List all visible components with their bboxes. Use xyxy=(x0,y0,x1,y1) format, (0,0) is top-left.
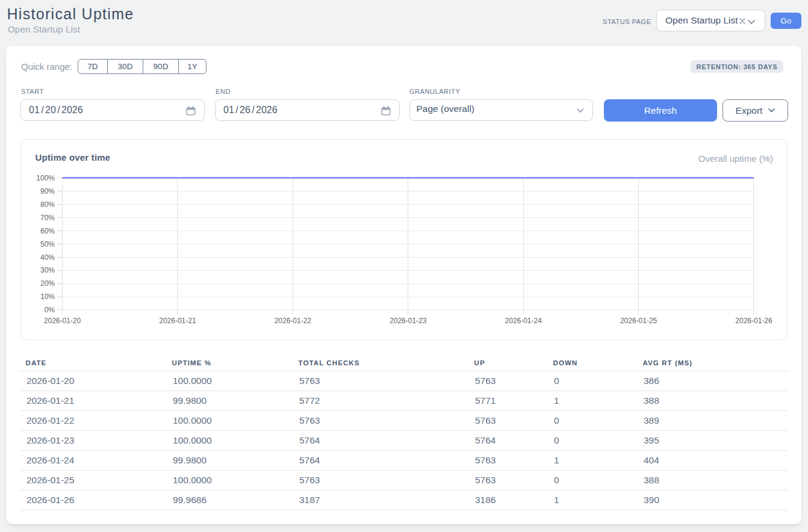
svg-text:70%: 70% xyxy=(40,214,55,222)
svg-text:2026-01-22: 2026-01-22 xyxy=(275,317,312,325)
svg-text:40%: 40% xyxy=(40,253,55,262)
svg-text:2026-01-26: 2026-01-26 xyxy=(735,317,772,325)
svg-text:2026-01-20: 2026-01-20 xyxy=(44,317,81,325)
svg-text:2026-01-21: 2026-01-21 xyxy=(159,317,196,325)
svg-text:2026-01-25: 2026-01-25 xyxy=(620,317,657,325)
svg-text:90%: 90% xyxy=(40,187,55,196)
svg-text:0%: 0% xyxy=(45,306,55,314)
svg-text:2026-01-23: 2026-01-23 xyxy=(390,317,427,325)
svg-text:10%: 10% xyxy=(40,292,55,301)
svg-text:20%: 20% xyxy=(40,279,55,288)
svg-text:80%: 80% xyxy=(40,200,55,209)
svg-text:100%: 100% xyxy=(36,174,55,182)
svg-text:50%: 50% xyxy=(40,240,55,249)
svg-text:30%: 30% xyxy=(40,266,55,274)
svg-text:2026-01-24: 2026-01-24 xyxy=(505,317,542,325)
svg-text:60%: 60% xyxy=(40,227,55,235)
